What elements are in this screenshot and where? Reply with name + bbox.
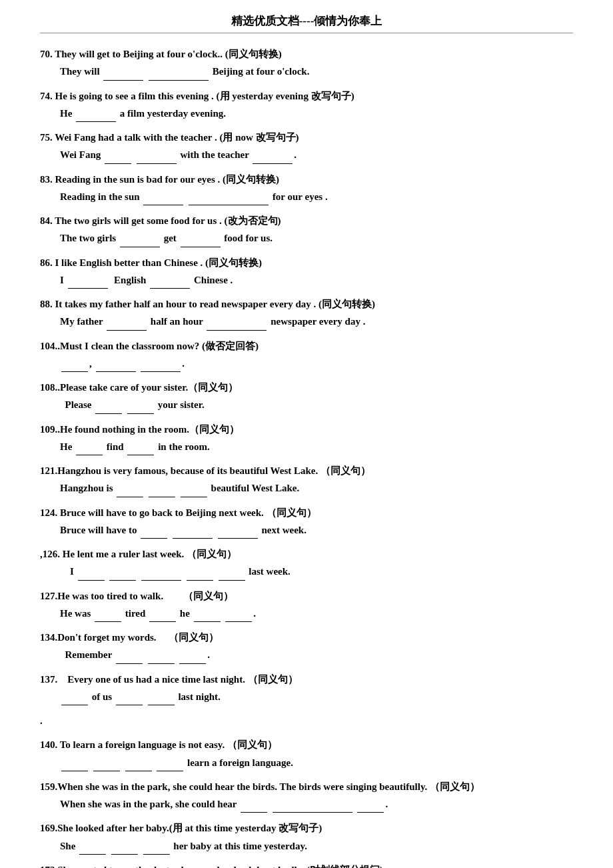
blank: [137, 153, 177, 164]
question-104: 104..Must I clean the classroom now? (做否…: [40, 337, 573, 373]
question-84: 84. The two girls will get some food for…: [40, 212, 573, 247]
blank: [149, 611, 176, 622]
q140-question: 140. To learn a foreign language is not …: [40, 736, 573, 753]
question-137: 137. Every one of us had a nice time las…: [40, 671, 573, 706]
blank: [273, 802, 352, 813]
question-126: ,126. He lent me a ruler last week. （同义句…: [40, 545, 573, 581]
blank: [79, 844, 106, 855]
q74-question: 74. He is going to see a film this eveni…: [40, 87, 573, 105]
blank: [61, 361, 88, 372]
q127-question: 127.He was too tired to walk. （同义句）: [40, 587, 573, 605]
blank: [111, 844, 138, 855]
q75-question: 75. Wei Fang had a talk with the teacher…: [40, 129, 573, 146]
q108-question: 108..Please take care of your sister.（同义…: [40, 379, 573, 396]
q83-question: 83. Reading in the sun is bad for our ey…: [40, 171, 573, 188]
main-content: 70. They will get to Beijing at four o'c…: [40, 45, 573, 868]
question-dot: .: [40, 712, 573, 729]
q137-question: 137. Every one of us had a nice time las…: [40, 671, 573, 688]
q173-underline: because her back hurt badly: [181, 865, 302, 868]
question-88: 88. It takes my father half an hour to r…: [40, 295, 573, 331]
blank: [61, 761, 88, 771]
blank: [125, 761, 152, 771]
blank: [61, 695, 88, 705]
question-109: 109..He found nothing in the room.（同义句） …: [40, 421, 573, 456]
blank: [78, 570, 105, 581]
question-159: 159.When she was in the park, she could …: [40, 778, 573, 813]
q84-question: 84. The two girls will get some food for…: [40, 212, 573, 229]
blank: [143, 844, 170, 855]
blank: [141, 361, 181, 372]
blank: [95, 611, 121, 622]
blank: [148, 695, 175, 705]
blank: [116, 653, 143, 664]
blank: [96, 361, 136, 372]
q88-question: 88. It takes my father half an hour to r…: [40, 295, 573, 313]
q159-question: 159.When she was in the park, she could …: [40, 778, 573, 795]
blank: [225, 611, 252, 622]
q121-answer: Hangzhou is beautiful West Lake.: [40, 479, 573, 497]
question-108: 108..Please take care of your sister.（同义…: [40, 379, 573, 414]
q134-question: 134.Don't forget my words. （同义句）: [40, 629, 573, 646]
q104-answer: , .: [40, 355, 573, 372]
blank: [105, 153, 131, 164]
question-70: 70. They will get to Beijing at four o'c…: [40, 45, 573, 81]
question-134: 134.Don't forget my words. （同义句） Remembe…: [40, 629, 573, 664]
q86-answer: I English Chinese .: [40, 271, 573, 289]
blank: [143, 195, 183, 205]
blank: [181, 237, 221, 247]
blank: [109, 570, 136, 581]
question-121: 121.Hangzhou is very famous, because of …: [40, 462, 573, 497]
blank: [218, 528, 258, 539]
blank: [141, 570, 181, 581]
blank: [127, 403, 154, 414]
q83-answer: Reading in the sun for our eyes .: [40, 188, 573, 205]
blank: [173, 528, 213, 539]
blank: [207, 320, 267, 331]
q169-answer: She her baby at this time yesterday.: [40, 837, 573, 855]
blank: [93, 761, 120, 771]
blank: [253, 153, 293, 164]
blank: [181, 487, 207, 497]
blank: [148, 653, 175, 664]
q70-answer: They will Beijing at four o'clock.: [40, 63, 573, 80]
blank: [150, 278, 190, 289]
question-74: 74. He is going to see a film this eveni…: [40, 87, 573, 123]
question-127: 127.He was too tired to walk. （同义句） He w…: [40, 587, 573, 623]
question-124: 124. Bruce will have to go back to Beiji…: [40, 504, 573, 539]
blank: [95, 403, 122, 414]
blank: [107, 320, 147, 331]
dot-line: .: [40, 712, 573, 729]
q124-answer: Bruce will have to next week.: [40, 521, 573, 539]
q173-question: 173.She wanted to see the doctor because…: [40, 861, 573, 868]
q140-answer: learn a foreign language.: [40, 754, 573, 771]
blank: [76, 111, 116, 122]
question-83: 83. Reading in the sun is bad for our ey…: [40, 171, 573, 206]
q121-question: 121.Hangzhou is very famous, because of …: [40, 462, 573, 479]
blank: [241, 802, 267, 813]
blank: [357, 802, 384, 813]
q108-answer: Please your sister.: [40, 396, 573, 413]
blank: [219, 570, 245, 581]
q74-answer: He a film yesterday evening.: [40, 105, 573, 122]
blank: [189, 195, 269, 205]
blank: [179, 653, 206, 664]
q137-answer: of us last night.: [40, 688, 573, 705]
blank: [157, 761, 183, 771]
question-75: 75. Wei Fang had a talk with the teacher…: [40, 129, 573, 164]
question-173: 173.She wanted to see the doctor because…: [40, 861, 573, 868]
q127-answer: He was tired he .: [40, 605, 573, 622]
question-86: 86. I like English better than Chinese .…: [40, 254, 573, 289]
q75-answer: Wei Fang with the teacher .: [40, 146, 573, 163]
q134-answer: Remember .: [40, 646, 573, 663]
q169-question: 169.She looked after her baby.(用 at this…: [40, 819, 573, 837]
q126-question: ,126. He lent me a ruler last week. （同义句…: [40, 545, 573, 563]
question-169: 169.She looked after her baby.(用 at this…: [40, 819, 573, 855]
q86-question: 86. I like English better than Chinese .…: [40, 254, 573, 271]
blank: [68, 278, 108, 289]
q159-answer: When she was in the park, she could hear…: [40, 795, 573, 813]
blank: [149, 70, 209, 81]
question-140: 140. To learn a foreign language is not …: [40, 736, 573, 771]
q88-answer: My father half an hour newspaper every d…: [40, 313, 573, 330]
blank: [116, 695, 143, 705]
q109-answer: He find in the room.: [40, 438, 573, 455]
